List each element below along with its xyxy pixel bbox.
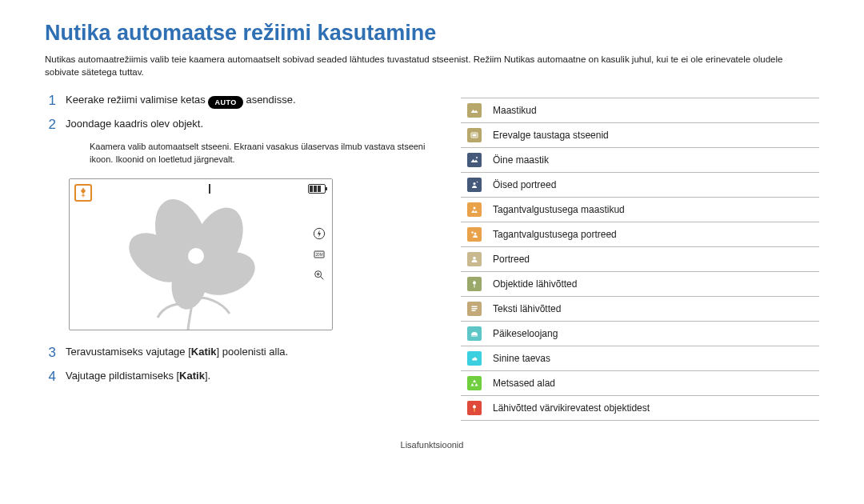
svg-point-16 — [474, 182, 476, 185]
step-text: Vajutage pildistamiseks [Katik]. — [66, 369, 210, 383]
svg-rect-14 — [473, 134, 477, 137]
step-2: 2 Joondage kaadris olev objekt. — [45, 117, 429, 133]
scene-icon — [467, 252, 482, 266]
scene-icon — [467, 178, 482, 192]
step-number: 1 — [45, 93, 56, 109]
scene-label: Päikeseloojang — [488, 322, 819, 346]
section-footer: Lisafunktsioonid — [45, 440, 819, 450]
scene-label: Portreed — [488, 247, 819, 272]
scene-icon — [467, 153, 482, 167]
table-row: Metsased alad — [461, 371, 819, 396]
svg-text:20M: 20M — [315, 253, 322, 257]
table-row: Tagantvalgustusega portreed — [461, 222, 819, 247]
scene-icon — [467, 202, 482, 217]
scene-icons-table: MaastikudErevalge taustaga stseenidÖine … — [461, 98, 819, 421]
camera-screen-illustration: 20M — [69, 178, 333, 330]
table-row: Erevalge taustaga stseenid — [461, 123, 819, 148]
scene-label: Tagantvalgustusega portreed — [488, 222, 819, 247]
zoom-icon — [313, 269, 326, 282]
step-4: 4 Vajutage pildistamiseks [Katik]. — [45, 369, 429, 385]
resolution-icon: 20M — [313, 248, 326, 261]
scene-label: Metsased alad — [488, 371, 819, 396]
scene-icon — [467, 277, 482, 291]
svg-point-17 — [477, 182, 478, 183]
svg-point-12 — [188, 248, 204, 264]
scene-icon — [467, 128, 482, 142]
table-row: Portreed — [461, 247, 819, 272]
battery-icon — [308, 184, 326, 194]
auto-mode-pill: AUTO — [208, 96, 242, 109]
scene-label: Öised portreed — [488, 173, 819, 198]
scene-icon — [467, 103, 482, 118]
step-1: 1 Keerake režiimi valimise ketas AUTO as… — [45, 93, 429, 109]
svg-point-15 — [476, 157, 478, 158]
scene-label: Objektide lähivõtted — [488, 272, 819, 297]
page-title: Nutika automaatse režiimi kasutamine — [45, 21, 819, 46]
table-row: Maastikud — [461, 98, 819, 123]
scene-icon — [467, 302, 482, 316]
flower-illustration — [102, 194, 286, 330]
step-text: Joondage kaadris olev objekt. — [66, 117, 203, 131]
right-column: MaastikudErevalge taustaga stseenidÖine … — [461, 93, 819, 421]
table-row: Päikeseloojang — [461, 322, 819, 346]
scene-label: Öine maastik — [488, 148, 819, 173]
scene-icon — [467, 376, 482, 390]
step-text: Teravustamiseks vajutage [Katik] pooleni… — [66, 345, 288, 359]
table-row: Öine maastik — [461, 148, 819, 173]
svg-line-4 — [320, 276, 323, 279]
flash-icon — [313, 227, 326, 240]
step-number: 4 — [45, 369, 56, 385]
left-column: 1 Keerake režiimi valimise ketas AUTO as… — [45, 93, 429, 421]
scene-label: Maastikud — [488, 98, 819, 123]
scene-label: Teksti lähivõtted — [488, 297, 819, 322]
table-row: Teksti lähivõtted — [461, 297, 819, 322]
scene-icon — [467, 227, 482, 242]
scene-label: Sinine taevas — [488, 346, 819, 371]
step-text: Keerake režiimi valimise ketas AUTO asen… — [66, 93, 296, 109]
macro-scene-icon — [74, 184, 92, 202]
scene-label: Tagantvalgustusega maastikud — [488, 198, 819, 222]
step-number: 2 — [45, 117, 56, 133]
scene-label: Erevalge taustaga stseenid — [488, 123, 819, 148]
table-row: Sinine taevas — [461, 346, 819, 371]
svg-point-20 — [474, 233, 477, 235]
svg-point-18 — [474, 207, 476, 210]
intro-text: Nutikas automaatrežiimis valib teie kaam… — [45, 54, 819, 78]
step-number: 3 — [45, 345, 56, 361]
step-2-note: Kaamera valib automaatselt stseeni. Ekra… — [90, 141, 429, 166]
scene-icon — [467, 401, 482, 415]
table-row: Tagantvalgustusega maastikud — [461, 198, 819, 222]
scene-icon — [467, 326, 482, 341]
scene-label: Lähivõtted värvikirevatest objektidest — [488, 396, 819, 421]
table-row: Öised portreed — [461, 173, 819, 198]
focus-indicator-icon — [209, 184, 210, 194]
svg-point-21 — [473, 257, 476, 260]
step-3: 3 Teravustamiseks vajutage [Katik] poole… — [45, 345, 429, 361]
table-row: Objektide lähivõtted — [461, 272, 819, 297]
table-row: Lähivõtted värvikirevatest objektidest — [461, 396, 819, 421]
scene-icon — [467, 351, 482, 366]
svg-point-19 — [471, 231, 474, 234]
